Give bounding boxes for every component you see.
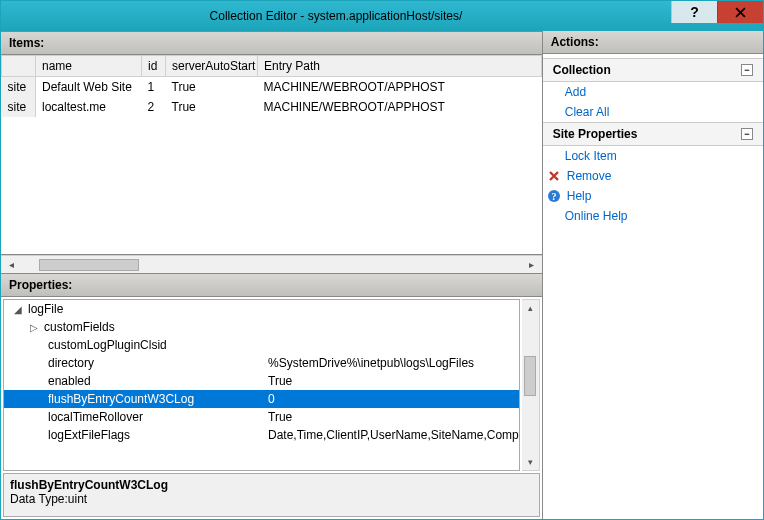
description-type: Data Type:uint [10,492,533,506]
close-icon [735,7,746,18]
collapse-box-icon[interactable]: − [741,64,753,76]
prop-row[interactable]: ▷customFields [4,318,519,336]
items-row[interactable]: site Default Web Site 1 True MACHINE/WEB… [2,77,542,98]
scroll-right-icon[interactable]: ▸ [524,258,540,272]
action-clear-all[interactable]: Clear All [543,102,763,122]
actions-group-collection: Collection − [543,58,763,82]
description-name: flushByEntryCountW3CLog [10,478,533,492]
items-header: Items: [1,31,542,55]
col-name[interactable]: name [36,56,142,77]
action-lock-item[interactable]: Lock Item [543,146,763,166]
action-online-help[interactable]: Online Help [543,206,763,226]
col-serverautostart[interactable]: serverAutoStart [166,56,258,77]
expand-icon[interactable]: ▷ [28,322,40,333]
col-entrypath[interactable]: Entry Path [258,56,542,77]
scroll-thumb[interactable] [39,259,139,271]
prop-row[interactable]: localTimeRollover True [4,408,519,426]
window-title: Collection Editor - system.applicationHo… [1,9,671,23]
prop-row-selected[interactable]: flushByEntryCountW3CLog 0 [4,390,519,408]
action-remove[interactable]: Remove [543,166,763,186]
prop-row[interactable]: logExtFileFlags Date,Time,ClientIP,UserN… [4,426,519,444]
items-horizontal-scrollbar[interactable]: ◂ ▸ [1,255,542,273]
properties-header: Properties: [1,273,542,297]
actions-group-site-properties: Site Properties − [543,122,763,146]
scroll-up-icon[interactable]: ▴ [522,300,539,316]
collapse-box-icon[interactable]: − [741,128,753,140]
prop-row[interactable]: customLogPluginClsid [4,336,519,354]
scroll-down-icon[interactable]: ▾ [522,454,539,470]
remove-icon [547,169,561,183]
scroll-left-icon[interactable]: ◂ [3,258,19,272]
action-help[interactable]: ? Help [543,186,763,206]
col-rowheader[interactable] [2,56,36,77]
properties-vertical-scrollbar[interactable]: ▴ ▾ [522,299,540,471]
prop-row[interactable]: enabled True [4,372,519,390]
actions-header: Actions: [543,31,763,54]
close-button[interactable] [717,1,763,23]
svg-text:?: ? [551,191,556,202]
action-add[interactable]: Add [543,82,763,102]
properties-tree[interactable]: ◢logFile ▷customFields customLogPluginCl… [3,299,520,471]
items-column-headers[interactable]: name id serverAutoStart Entry Path [2,56,542,77]
collapse-icon[interactable]: ◢ [12,304,24,315]
titlebar: Collection Editor - system.applicationHo… [1,1,763,31]
prop-row[interactable]: directory %SystemDrive%\inetpub\logs\Log… [4,354,519,372]
items-grid[interactable]: name id serverAutoStart Entry Path site … [1,55,542,255]
help-button[interactable]: ? [671,1,717,23]
help-icon: ? [547,189,561,203]
scroll-thumb[interactable] [524,356,536,396]
property-description: flushByEntryCountW3CLog Data Type:uint [3,473,540,517]
items-row[interactable]: site localtest.me 2 True MACHINE/WEBROOT… [2,97,542,117]
col-id[interactable]: id [142,56,166,77]
prop-row-logfile[interactable]: ◢logFile [4,300,519,318]
